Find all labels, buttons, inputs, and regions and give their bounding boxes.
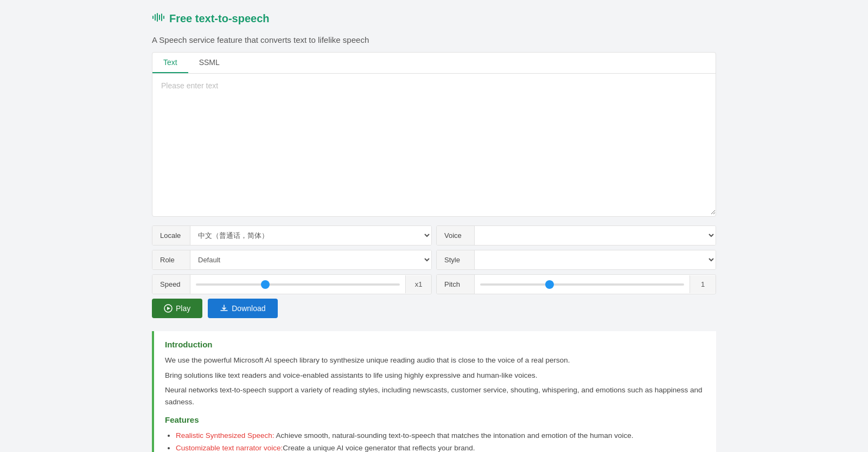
svg-rect-0 (152, 16, 154, 19)
speed-control: Speed x1 (152, 274, 432, 294)
feature-text-0: Achieve smooth, natural-sounding text-to… (275, 431, 634, 440)
speed-label: Speed (152, 275, 190, 294)
role-select[interactable]: Default (190, 250, 431, 269)
features-list: Realistic Synthesized Speech: Achieve sm… (165, 430, 705, 452)
svg-rect-2 (157, 13, 158, 22)
play-button[interactable]: Play (152, 299, 202, 318)
tabs-container: Text SSML (152, 53, 716, 74)
role-label: Role (152, 250, 190, 269)
textarea-container (152, 74, 716, 216)
pitch-slider-container (475, 283, 690, 286)
waveform-icon (152, 11, 165, 27)
pitch-control: Pitch 1 (436, 274, 716, 294)
role-control: Role Default (152, 250, 432, 270)
input-card: Text SSML (152, 52, 716, 217)
tab-text[interactable]: Text (152, 53, 188, 73)
app-title-text: Free text-to-speech (169, 12, 270, 25)
style-label: Style (437, 250, 475, 269)
locale-label: Locale (152, 226, 190, 245)
feature-highlight-1: Customizable text narrator voice: (176, 444, 283, 452)
svg-marker-7 (167, 307, 170, 310)
style-control: Style (436, 250, 716, 270)
page-subtitle: A Speech service feature that converts t… (152, 35, 716, 44)
svg-rect-1 (155, 14, 156, 21)
voice-label: Voice (437, 226, 475, 245)
download-icon (220, 304, 228, 313)
action-buttons: Play Download (152, 299, 716, 318)
locale-control: Locale 中文（普通话，简体） (152, 225, 432, 246)
svg-rect-3 (159, 15, 160, 20)
tab-ssml[interactable]: SSML (188, 53, 231, 73)
info-section: Introduction We use the powerful Microso… (152, 331, 716, 452)
locale-select[interactable]: 中文（普通话，简体） (190, 226, 431, 245)
text-input[interactable] (152, 74, 716, 215)
download-button[interactable]: Download (208, 299, 277, 318)
style-select[interactable] (475, 250, 716, 269)
list-item: Realistic Synthesized Speech: Achieve sm… (176, 430, 705, 442)
play-icon (164, 304, 173, 313)
list-item: Customizable text narrator voice:Create … (176, 442, 705, 452)
intro-line-2: Bring solutions like text readers and vo… (165, 370, 705, 382)
intro-line-3: Neural networks text-to-speech support a… (165, 384, 705, 408)
speed-slider[interactable] (196, 283, 400, 286)
intro-title: Introduction (165, 340, 705, 349)
pitch-value: 1 (690, 275, 716, 293)
pitch-label: Pitch (437, 275, 475, 294)
play-label: Play (176, 304, 190, 313)
intro-line-1: We use the powerful Microsoft AI speech … (165, 354, 705, 366)
download-label: Download (232, 304, 265, 313)
svg-rect-4 (161, 14, 162, 21)
voice-control: Voice (436, 225, 716, 246)
feature-highlight-0: Realistic Synthesized Speech: (176, 431, 275, 440)
voice-select[interactable] (475, 226, 716, 245)
svg-rect-5 (163, 16, 164, 19)
speed-slider-container (190, 283, 405, 286)
app-title-container: Free text-to-speech (152, 11, 716, 27)
feature-text-1: Create a unique AI voice generator that … (283, 444, 475, 452)
speed-value: x1 (405, 275, 431, 293)
features-title: Features (165, 415, 705, 424)
controls-grid: Locale 中文（普通话，简体） Voice Role Default Sty… (152, 225, 716, 294)
pitch-slider[interactable] (480, 283, 684, 286)
